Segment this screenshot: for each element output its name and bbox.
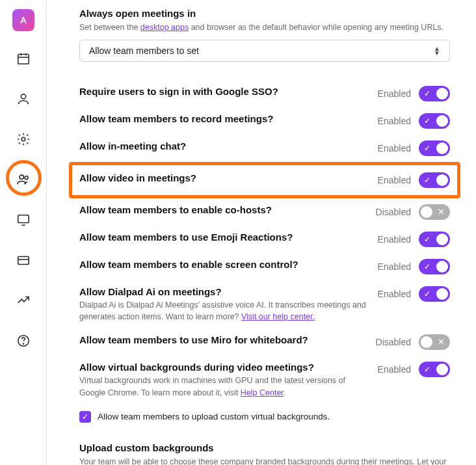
always-open-desc: Set between the desktop apps and browser… <box>79 21 450 33</box>
setting-label: Allow virtual backgrounds during video m… <box>79 362 367 373</box>
toggle-switch[interactable]: ✓ <box>419 140 450 156</box>
svg-point-13 <box>23 343 23 344</box>
svg-rect-0 <box>18 55 29 64</box>
people-icon[interactable] <box>10 166 36 193</box>
setting-label: Allow Dialpad Ai on meetings? <box>79 286 367 297</box>
person-icon[interactable] <box>10 86 36 112</box>
always-open-title: Always open meetings in <box>79 8 450 19</box>
setting-label: Require users to sign in with Google SSO… <box>79 86 367 97</box>
setting-row: Allow team members to record meetings?En… <box>79 107 450 135</box>
status-label: Disabled <box>376 337 411 347</box>
toggle-switch[interactable]: ✓ <box>419 232 450 247</box>
setting-desc: Virtual backgrounds work in machines wit… <box>79 375 367 398</box>
sidebar <box>0 0 47 465</box>
upload-desc: Your team will be able to choose these c… <box>79 456 450 465</box>
toggle-switch[interactable]: ✓ <box>419 286 450 302</box>
setting-row: Allow in-meeting chat?Enabled✓ <box>79 135 450 162</box>
app-logo[interactable] <box>12 9 34 31</box>
toggle-switch[interactable]: ✓ <box>419 259 450 274</box>
checkbox-label: Allow team members to upload custom virt… <box>98 412 330 421</box>
setting-row: Allow Dialpad Ai on meetings?Dialpad Ai … <box>79 280 450 328</box>
status-label: Enabled <box>378 289 411 299</box>
card-icon[interactable] <box>10 247 36 273</box>
setting-label: Allow in-meeting chat? <box>79 140 367 152</box>
desktop-apps-link[interactable]: desktop apps <box>140 23 189 32</box>
status-label: Enabled <box>378 175 411 185</box>
setting-row: Allow team members to use Miro for white… <box>79 328 450 356</box>
setting-label: Allow team members to use Miro for white… <box>79 334 365 345</box>
setting-label: Allow video in meetings? <box>79 172 367 183</box>
setting-row: Allow video in meetings?Enabled✓ <box>69 162 460 198</box>
setting-desc: Dialpad Ai is Dialpad Ai Meetings' assis… <box>79 299 367 323</box>
svg-rect-10 <box>18 257 29 265</box>
setting-row: Require users to sign in with Google SSO… <box>79 80 450 107</box>
help-link[interactable]: Visit our help center. <box>241 312 315 321</box>
updown-icon: ▲▼ <box>434 46 440 55</box>
main-content: Always open meetings in Set between the … <box>47 0 476 465</box>
status-label: Enabled <box>378 364 411 375</box>
toggle-switch[interactable]: ✓ <box>419 113 450 129</box>
toggle-switch[interactable]: ✓ <box>419 86 450 101</box>
setting-label: Allow team members to enable screen cont… <box>79 259 367 270</box>
always-open-select[interactable]: Allow team members to set ▲▼ <box>79 40 450 62</box>
toggle-switch[interactable]: ✕ <box>419 334 450 350</box>
status-label: Enabled <box>378 143 411 153</box>
toggle-switch[interactable]: ✓ <box>419 362 450 377</box>
svg-point-7 <box>25 176 28 179</box>
checkbox-icon[interactable]: ✓ <box>79 411 91 423</box>
svg-point-4 <box>21 94 25 99</box>
setting-label: Allow team members to use Emoji Reaction… <box>79 232 367 243</box>
help-link[interactable]: Help Center <box>241 388 284 397</box>
settings-list: Require users to sign in with Google SSO… <box>79 80 450 405</box>
setting-row: Allow team members to enable screen cont… <box>79 253 450 280</box>
setting-label: Allow team members to enable co-hosts? <box>79 204 365 215</box>
monitor-icon[interactable] <box>10 207 36 233</box>
status-label: Enabled <box>378 261 411 272</box>
setting-row: Allow team members to use Emoji Reaction… <box>79 226 450 253</box>
svg-point-6 <box>20 175 23 179</box>
setting-row: Allow virtual backgrounds during video m… <box>79 356 450 404</box>
toggle-switch[interactable]: ✓ <box>419 172 450 188</box>
toggle-switch[interactable]: ✕ <box>419 204 450 220</box>
status-label: Enabled <box>378 116 411 126</box>
trend-icon[interactable] <box>10 287 36 313</box>
setting-row: Allow team members to enable co-hosts?Di… <box>79 198 450 226</box>
svg-rect-8 <box>18 215 29 223</box>
upload-title: Upload custom backgrounds <box>79 442 450 453</box>
status-label: Enabled <box>378 88 411 99</box>
calendar-icon[interactable] <box>10 46 36 72</box>
help-icon[interactable] <box>10 328 36 354</box>
select-value: Allow team members to set <box>89 46 199 56</box>
gear-icon[interactable] <box>10 126 36 152</box>
status-label: Enabled <box>378 234 411 245</box>
svg-point-5 <box>21 137 25 141</box>
setting-label: Allow team members to record meetings? <box>79 113 367 124</box>
upload-bg-checkbox-row: ✓ Allow team members to upload custom vi… <box>79 411 450 423</box>
status-label: Disabled <box>376 207 411 217</box>
